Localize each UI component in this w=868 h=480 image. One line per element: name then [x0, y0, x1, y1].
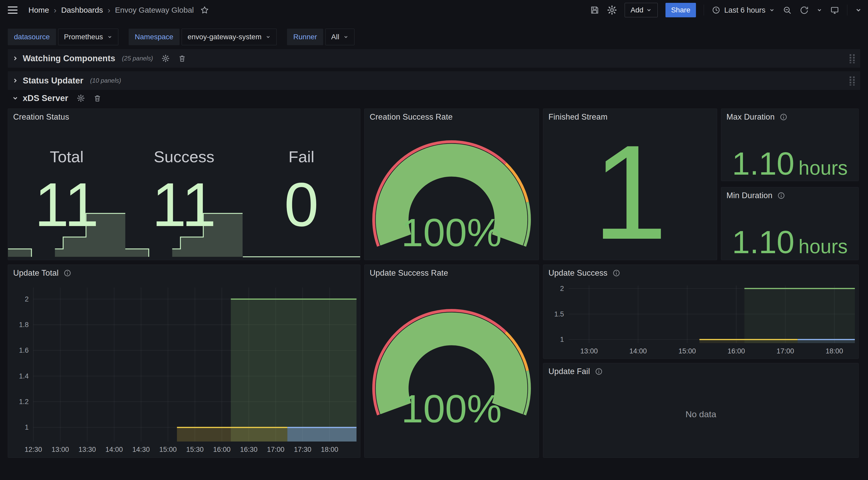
- stat-label: Fail: [243, 148, 360, 166]
- star-icon[interactable]: [200, 5, 209, 15]
- kiosk-mode-icon[interactable]: [830, 5, 839, 15]
- breadcrumb-separator: ›: [107, 5, 110, 15]
- row-settings-icon[interactable]: [77, 94, 85, 102]
- variable-runner: Runner All: [287, 29, 354, 45]
- row-title: xDS Server: [23, 93, 68, 103]
- x-axis-tick: 16:00: [721, 347, 752, 355]
- y-axis-tick: 1.2: [13, 398, 29, 406]
- namespace-select[interactable]: envoy-gateway-system: [182, 29, 277, 45]
- stat-fail: Fail 0: [243, 109, 360, 260]
- save-dashboard-icon[interactable]: [590, 5, 599, 15]
- grafana-dashboard: Home › Dashboards › Envoy Gateway Global…: [0, 0, 868, 480]
- info-icon[interactable]: [595, 368, 602, 375]
- panel-title[interactable]: Update Success Rate: [370, 268, 448, 278]
- panel-update-total: Update Total 11.21.41.61.8212:3013:0013:…: [8, 265, 361, 458]
- y-axis-tick: 2: [13, 295, 29, 303]
- x-axis-tick: 18:00: [819, 347, 850, 355]
- stat-value: 1.10: [732, 226, 795, 258]
- share-button[interactable]: Share: [665, 3, 696, 17]
- chevron-down-icon: [266, 34, 271, 39]
- collapse-nav-chevron-icon[interactable]: [855, 7, 862, 13]
- panel-title[interactable]: Max Duration: [726, 112, 775, 122]
- panel-title[interactable]: Update Success: [549, 268, 608, 278]
- breadcrumb-current: Envoy Gateway Global: [115, 6, 194, 14]
- chevron-down-icon: [646, 7, 652, 13]
- x-axis-tick: 18:00: [314, 446, 345, 454]
- info-icon[interactable]: [778, 192, 785, 199]
- refresh-interval-chevron-icon[interactable]: [816, 7, 822, 13]
- row-xds-server[interactable]: xDS Server: [8, 90, 421, 106]
- stat-label: Success: [125, 148, 243, 166]
- panel-title[interactable]: Creation Success Rate: [370, 112, 453, 122]
- chevron-right-icon: [12, 55, 19, 62]
- x-axis-tick: 14:00: [99, 446, 130, 454]
- row-panel-count: (10 panels): [90, 77, 121, 84]
- panel-title[interactable]: Creation Status: [13, 112, 69, 122]
- breadcrumb: Home › Dashboards › Envoy Gateway Global: [28, 5, 209, 15]
- stat-value: 1: [543, 109, 717, 260]
- x-axis-tick: 16:00: [207, 446, 238, 454]
- datasource-select[interactable]: Prometheus: [58, 29, 118, 45]
- panel-update-success-rate: Update Success Rate 100%: [364, 265, 539, 458]
- stat-unit: hours: [799, 235, 847, 258]
- stat-value: 0: [243, 174, 360, 236]
- x-axis-tick: 15:30: [180, 446, 211, 454]
- panel-title[interactable]: Update Total: [13, 268, 59, 278]
- panel-title[interactable]: Min Duration: [726, 191, 772, 200]
- stat-label: Total: [8, 148, 125, 166]
- drag-handle-icon[interactable]: [848, 76, 856, 86]
- x-axis-tick: 17:00: [260, 446, 291, 454]
- time-series-chart[interactable]: 11.5213:0014:0015:0016:0017:0018:00: [548, 283, 855, 357]
- row-status-updater[interactable]: Status Updater (10 panels): [8, 71, 860, 90]
- divider: [704, 5, 704, 16]
- breadcrumb-dashboards[interactable]: Dashboards: [61, 6, 103, 14]
- row-delete-icon[interactable]: [94, 94, 101, 102]
- chevron-down-icon: [12, 95, 19, 101]
- x-axis-tick: 13:00: [45, 446, 76, 454]
- panel-title[interactable]: Update Fail: [549, 367, 590, 376]
- drag-handle-icon[interactable]: [848, 54, 856, 63]
- row-settings-icon[interactable]: [162, 55, 169, 62]
- y-axis-tick: 1.5: [548, 310, 564, 318]
- variable-label: datasource: [8, 29, 56, 45]
- runner-select[interactable]: All: [325, 29, 354, 45]
- y-axis-tick: 1.8: [13, 321, 29, 329]
- info-icon[interactable]: [64, 269, 71, 277]
- breadcrumb-home[interactable]: Home: [28, 6, 49, 14]
- top-nav: Home › Dashboards › Envoy Gateway Global…: [0, 0, 868, 20]
- variable-namespace: Namespace envoy-gateway-system: [129, 29, 277, 45]
- x-axis-tick: 13:00: [574, 347, 604, 355]
- variable-datasource: datasource Prometheus: [8, 29, 118, 45]
- stat-value: 1.10: [732, 148, 795, 180]
- add-button[interactable]: Add: [625, 3, 658, 17]
- panel-finished-stream: Finished Stream 1: [543, 109, 717, 260]
- divider: [847, 5, 847, 16]
- menu-icon[interactable]: [8, 6, 18, 14]
- x-axis-tick: 17:00: [770, 347, 801, 355]
- y-axis-tick: 1.4: [13, 372, 29, 380]
- x-axis-tick: 14:30: [126, 446, 157, 454]
- panel-max-duration: Max Duration 1.10 hours: [721, 109, 859, 181]
- row-watching-components[interactable]: Watching Components (25 panels): [8, 49, 860, 68]
- gauge-value: 100%: [365, 210, 538, 255]
- refresh-icon[interactable]: [800, 5, 809, 15]
- zoom-out-icon[interactable]: [782, 5, 792, 15]
- panel-creation-success-rate: Creation Success Rate 100%: [364, 109, 539, 260]
- stat-success: Success 11: [125, 109, 243, 260]
- y-axis-tick: 2: [548, 285, 564, 293]
- panel-update-success: Update Success 11.5213:0014:0015:0016:00…: [543, 265, 859, 359]
- x-axis-tick: 12:30: [18, 446, 49, 454]
- info-icon[interactable]: [613, 269, 620, 277]
- info-icon[interactable]: [780, 113, 787, 121]
- breadcrumb-separator: ›: [54, 5, 57, 15]
- x-axis-tick: 15:00: [152, 446, 183, 454]
- dashboard-settings-icon[interactable]: [607, 5, 617, 15]
- time-range-picker[interactable]: Last 6 hours: [712, 6, 775, 14]
- row-delete-icon[interactable]: [178, 55, 186, 62]
- variable-label: Namespace: [129, 29, 180, 45]
- clock-icon: [712, 6, 720, 14]
- panel-title[interactable]: Finished Stream: [549, 112, 608, 122]
- chevron-down-icon: [343, 34, 348, 39]
- time-series-chart[interactable]: 11.21.41.61.8212:3013:0013:3014:0014:301…: [13, 285, 356, 455]
- chevron-down-icon: [769, 7, 775, 13]
